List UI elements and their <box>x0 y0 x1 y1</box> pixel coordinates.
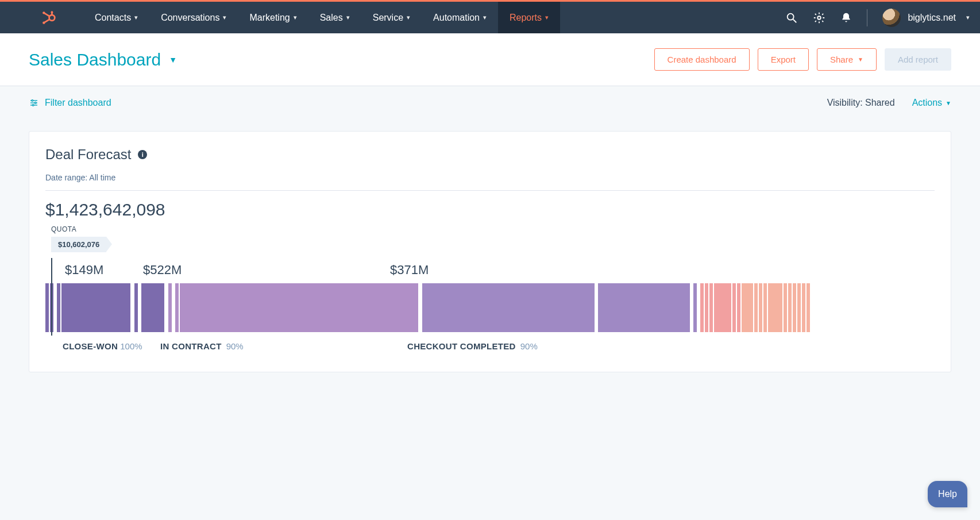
info-icon[interactable]: i <box>138 150 147 159</box>
bar-segment[interactable] <box>754 283 758 332</box>
deal-forecast-card: Deal Forecast i Date range: All time $1,… <box>29 131 951 372</box>
chevron-down-icon: ▾ <box>407 14 410 21</box>
nav-service[interactable]: Service▾ <box>361 2 422 33</box>
bar-segment[interactable] <box>788 283 792 332</box>
filter-dashboard-link[interactable]: Filter dashboard <box>29 98 111 108</box>
search-icon[interactable] <box>785 11 798 24</box>
date-range-label: Date range: <box>45 173 87 182</box>
share-button[interactable]: Share▼ <box>817 48 877 71</box>
export-button[interactable]: Export <box>758 48 809 71</box>
stage-label: CHECKOUT COMPLETED 90% <box>407 341 538 351</box>
bar-segment[interactable] <box>763 283 767 332</box>
add-report-button: Add report <box>885 48 951 71</box>
bar-segment[interactable] <box>175 283 179 332</box>
bar-segment[interactable] <box>134 283 138 332</box>
nav-marketing[interactable]: Marketing▾ <box>238 2 308 33</box>
chevron-down-icon: ▼ <box>946 100 951 106</box>
svg-point-3 <box>43 11 45 14</box>
nav-automation[interactable]: Automation▾ <box>422 2 498 33</box>
chevron-down-icon: ▾ <box>545 14 549 21</box>
create-dashboard-button[interactable]: Create dashboard <box>654 48 750 71</box>
filter-icon <box>29 98 39 107</box>
bar-gap <box>691 283 692 332</box>
stage-value: $149M <box>45 263 143 278</box>
button-label: Add report <box>898 55 938 64</box>
bar-gap <box>698 283 699 332</box>
account-menu[interactable]: biglytics.net ▾ <box>882 9 970 27</box>
bar-segment[interactable] <box>797 283 801 332</box>
bar-segment[interactable] <box>168 283 172 332</box>
bar-segment[interactable] <box>768 283 782 332</box>
stage-percent: 90% <box>520 341 538 351</box>
nav-contacts[interactable]: Contacts▾ <box>83 2 149 33</box>
card-title: Deal Forecast i <box>45 147 935 163</box>
bar-gap <box>419 283 421 332</box>
actions-label: Actions <box>912 98 942 108</box>
page-title: Sales Dashboard <box>29 50 161 70</box>
quota-marker-line <box>51 258 52 336</box>
button-label: Export <box>771 55 796 64</box>
svg-point-15 <box>32 105 34 106</box>
button-label: Create dashboard <box>668 55 736 64</box>
bar-segment[interactable] <box>705 283 708 332</box>
subbar-right: Visibility: Shared Actions ▼ <box>827 98 951 108</box>
bar-segment[interactable] <box>422 283 595 332</box>
forecast-bar-chart <box>45 283 935 332</box>
svg-point-4 <box>43 21 45 24</box>
chevron-down-icon: ▾ <box>346 14 350 21</box>
filter-bar: Filter dashboard Visibility: Shared Acti… <box>0 86 980 120</box>
stage-name: CLOSE-WON <box>63 341 118 351</box>
avatar <box>882 9 901 27</box>
bar-segment[interactable] <box>700 283 704 332</box>
nav-reports[interactable]: Reports▾ <box>498 2 560 33</box>
divider <box>45 190 935 191</box>
bar-gap <box>173 283 174 332</box>
stage-name: IN CONTRACT <box>160 341 222 351</box>
svg-point-7 <box>788 13 794 20</box>
bar-segment[interactable] <box>57 283 60 332</box>
visibility-value: Shared <box>865 98 895 107</box>
nav-label: Marketing <box>249 13 290 23</box>
bar-segment[interactable] <box>793 283 796 332</box>
stage-name: CHECKOUT COMPLETED <box>407 341 516 351</box>
date-range: Date range: All time <box>45 173 935 182</box>
bar-segment[interactable] <box>709 283 713 332</box>
bar-segment[interactable] <box>732 283 736 332</box>
button-label: Share <box>830 55 853 64</box>
chevron-down-icon: ▼ <box>858 56 863 63</box>
quota-value-tag: $10,602,076 <box>51 237 106 252</box>
bar-segment[interactable] <box>693 283 697 332</box>
actions-dropdown[interactable]: Actions ▼ <box>912 98 951 108</box>
bar-segment[interactable] <box>807 283 810 332</box>
forecast-total: $1,423,642,098 <box>45 200 935 219</box>
bar-segment[interactable] <box>759 283 762 332</box>
gear-icon[interactable] <box>813 11 825 24</box>
bar-segment[interactable] <box>180 283 418 332</box>
bar-segment[interactable] <box>45 283 49 332</box>
hubspot-logo-icon[interactable] <box>41 10 56 25</box>
bar-segment[interactable] <box>742 283 753 332</box>
stage-percent: 90% <box>226 341 244 351</box>
nav-sales[interactable]: Sales▾ <box>308 2 361 33</box>
bar-segment[interactable] <box>802 283 805 332</box>
bar-segment[interactable] <box>737 283 740 332</box>
dashboard-title-dropdown[interactable]: Sales Dashboard ▼ <box>29 50 177 70</box>
bar-gap <box>596 283 597 332</box>
bar-segment[interactable] <box>61 283 130 332</box>
bar-segment[interactable] <box>784 283 787 332</box>
bar-gap <box>55 283 56 332</box>
bar-segment[interactable] <box>598 283 690 332</box>
chevron-down-icon: ▾ <box>294 14 297 21</box>
nav-conversations[interactable]: Conversations▾ <box>149 2 238 33</box>
nav-label: Automation <box>433 13 480 23</box>
stage-percent: 100% <box>120 341 142 351</box>
visibility-indicator: Visibility: Shared <box>827 98 895 108</box>
account-name: biglytics.net <box>908 13 956 23</box>
bar-segment[interactable] <box>141 283 164 332</box>
bell-icon[interactable] <box>840 11 852 24</box>
chevron-down-icon: ▾ <box>223 14 226 21</box>
svg-point-6 <box>51 11 53 13</box>
nav-label: Conversations <box>161 13 219 23</box>
stage-values-row: $149M $522M $371M <box>45 263 935 278</box>
bar-segment[interactable] <box>714 283 731 332</box>
